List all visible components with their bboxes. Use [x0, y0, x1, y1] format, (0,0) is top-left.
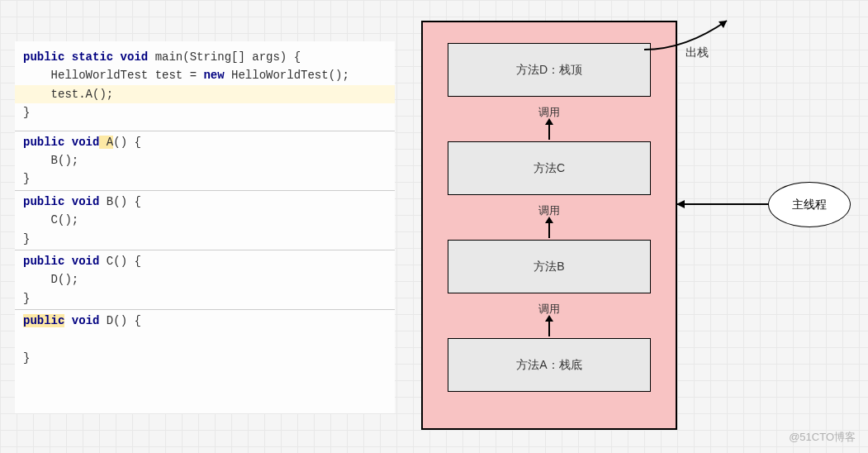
code-line-c-body: D(); — [15, 270, 395, 288]
frame-c-label: 方法C — [534, 161, 565, 176]
code-line-c-close: } — [15, 289, 395, 308]
code-panel: public static void main(String[] args) {… — [15, 41, 395, 413]
stack-frame-a: 方法A：栈底 — [448, 338, 651, 392]
call-label-ab: 调用 — [448, 293, 651, 338]
code-line-d-blank — [15, 330, 395, 348]
code-line-d-sig: public void D() { — [15, 312, 395, 330]
stack-frame-c: 方法C — [448, 141, 651, 195]
thread-label: 主线程 — [792, 198, 827, 212]
arrow-up-icon — [548, 123, 550, 140]
code-line-a-sig: public void A() { — [15, 133, 395, 151]
stack-frame-b: 方法B — [448, 240, 651, 293]
frame-a-label: 方法A：栈底 — [516, 358, 581, 373]
thread-arrow-icon — [677, 203, 768, 205]
call-label-bc: 调用 — [448, 195, 651, 240]
code-line-a-close: } — [15, 169, 395, 188]
watermark: @51CTO博客 — [789, 430, 856, 445]
code-line-main-2: test.A(); — [15, 85, 395, 103]
pop-label: 出栈 — [685, 45, 709, 60]
frame-d-label: 方法D：栈顶 — [516, 63, 582, 78]
code-line-c-sig: public void C() { — [15, 252, 395, 270]
arrow-up-icon — [548, 320, 550, 336]
thread-ellipse: 主线程 — [768, 182, 851, 227]
code-line-b-sig: public void B() { — [15, 193, 395, 211]
code-line-d-close: } — [15, 349, 395, 367]
code-line-a-body: B(); — [15, 151, 395, 169]
stack-container: 方法D：栈顶 调用 方法C 调用 方法B 调用 方法A：栈底 — [421, 21, 677, 430]
call-label-cd: 调用 — [448, 97, 651, 141]
stack-frame-d: 方法D：栈顶 — [448, 43, 651, 97]
code-line-b-body: C(); — [15, 211, 395, 229]
code-line-main-sig: public static void main(String[] args) { — [15, 48, 395, 66]
code-line-b-close: } — [15, 230, 395, 248]
code-line-main-1: HelloWorldTest test = new HelloWorldTest… — [15, 66, 395, 84]
arrow-up-icon — [548, 222, 550, 238]
svg-marker-0 — [719, 21, 727, 28]
code-line-main-close: } — [15, 103, 395, 122]
frame-b-label: 方法B — [534, 260, 564, 274]
